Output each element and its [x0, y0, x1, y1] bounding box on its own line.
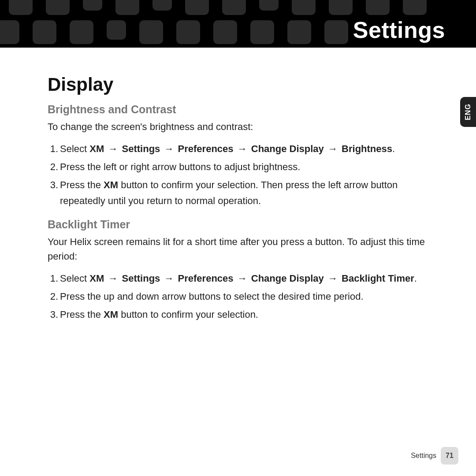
section-heading: Brightness and Contrast: [48, 103, 432, 116]
list-item: 1. Select XM → Settings → Preferences → …: [48, 141, 432, 156]
list-item: 2. Press the up and down arrow buttons t…: [48, 289, 432, 304]
header-bar: Settings: [0, 0, 476, 48]
header-deco-row: [0, 20, 348, 44]
footer-section-label: Settings: [411, 452, 436, 460]
section-intro: Your Helix screen remains lit for a shor…: [48, 234, 432, 264]
section-intro: To change the screen's brightness and co…: [48, 119, 432, 134]
page-content: Display Brightness and Contrast To chang…: [0, 48, 476, 322]
list-item: 3. Press the XM button to confirm your s…: [48, 307, 432, 322]
section-heading: Backlight Timer: [48, 218, 432, 231]
page-number: 71: [441, 447, 458, 465]
page-footer: Settings 71: [411, 447, 458, 465]
list-item: 1. Select XM → Settings → Preferences → …: [48, 271, 432, 286]
language-tab-label: ENG: [464, 104, 472, 120]
page-title: Display: [48, 74, 432, 95]
steps-list: 1. Select XM → Settings → Preferences → …: [48, 271, 432, 323]
language-tab: ENG: [460, 97, 476, 127]
list-item: 3. Press the XM button to confirm your s…: [48, 177, 432, 208]
header-deco-row: [9, 0, 427, 15]
steps-list: 1. Select XM → Settings → Preferences → …: [48, 141, 432, 208]
list-item: 2. Press the left or right arrow buttons…: [48, 159, 432, 175]
header-title: Settings: [353, 17, 445, 43]
